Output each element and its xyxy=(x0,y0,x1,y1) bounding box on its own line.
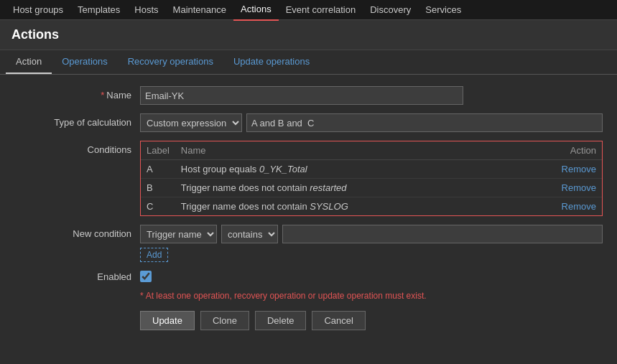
conditions-container: Label Name Action A Host group equals 0_… xyxy=(140,141,603,216)
new-condition-value-input[interactable] xyxy=(282,225,603,243)
enabled-row: Enabled xyxy=(14,271,603,282)
button-row: Update Clone Delete Cancel xyxy=(140,311,603,330)
new-condition-control: Trigger name contains Add xyxy=(140,225,603,262)
nav-event-correlation[interactable]: Event correlation xyxy=(279,0,363,20)
conditions-table: Label Name Action A Host group equals 0_… xyxy=(141,141,602,215)
tab-recovery-operations[interactable]: Recovery operations xyxy=(118,50,223,74)
col-header-label: Label xyxy=(141,141,175,160)
condition-name-a: Host group equals 0_YK_Total xyxy=(175,160,544,179)
conditions-row: Conditions Label Name Action A xyxy=(14,141,603,216)
clone-button[interactable]: Clone xyxy=(200,311,249,330)
tab-action[interactable]: Action xyxy=(6,50,52,74)
warning-star: * xyxy=(140,291,144,301)
condition-action-b: Remove xyxy=(544,179,602,197)
nav-hosts[interactable]: Hosts xyxy=(127,0,165,20)
calc-row: Type of calculation Custom expression xyxy=(14,113,603,132)
table-row: B Trigger name does not contain restarte… xyxy=(141,179,602,197)
calc-inner-row: Custom expression xyxy=(140,113,603,132)
nav-actions[interactable]: Actions xyxy=(233,0,279,21)
table-row: A Host group equals 0_YK_Total Remove xyxy=(141,160,602,179)
nav-host-groups[interactable]: Host groups xyxy=(6,0,70,20)
name-control xyxy=(140,86,603,105)
warning-text: *At least one operation, recovery operat… xyxy=(140,291,603,301)
new-condition-operator-select[interactable]: contains xyxy=(221,225,278,243)
new-condition-label: New condition xyxy=(14,225,140,239)
remove-link-a[interactable]: Remove xyxy=(562,164,596,174)
cancel-button[interactable]: Cancel xyxy=(312,311,365,330)
name-row: *Name xyxy=(14,86,603,105)
remove-link-b[interactable]: Remove xyxy=(562,182,596,193)
nav-templates[interactable]: Templates xyxy=(70,0,127,20)
add-link[interactable]: Add xyxy=(140,248,168,262)
conditions-label: Conditions xyxy=(14,141,140,155)
condition-label-a: A xyxy=(141,160,175,179)
new-condition-type-select[interactable]: Trigger name xyxy=(140,225,217,243)
condition-name-c: Trigger name does not contain SYSLOG xyxy=(175,197,544,216)
new-condition-row: New condition Trigger name contains Add xyxy=(14,225,603,262)
table-row: C Trigger name does not contain SYSLOG R… xyxy=(141,197,602,216)
tab-operations[interactable]: Operations xyxy=(52,50,118,74)
calc-control: Custom expression xyxy=(140,113,603,132)
top-nav: Host groups Templates Hosts Maintenance … xyxy=(0,0,617,20)
condition-action-c: Remove xyxy=(544,197,602,216)
condition-name-b: Trigger name does not contain restarted xyxy=(175,179,544,197)
name-label: *Name xyxy=(14,86,140,101)
main-content: *Name Type of calculation Custom express… xyxy=(0,75,617,342)
name-input[interactable] xyxy=(140,86,463,105)
condition-label-c: C xyxy=(141,197,175,216)
nav-maintenance[interactable]: Maintenance xyxy=(166,0,233,20)
name-required-star: * xyxy=(101,90,104,101)
add-link-container: Add xyxy=(140,243,603,262)
enabled-label: Enabled xyxy=(14,271,140,282)
calc-type-select[interactable]: Custom expression xyxy=(140,113,242,132)
tab-update-operations[interactable]: Update operations xyxy=(223,50,320,74)
conditions-control: Label Name Action A Host group equals 0_… xyxy=(140,141,603,216)
tab-bar: Action Operations Recovery operations Up… xyxy=(0,50,617,75)
delete-button[interactable]: Delete xyxy=(255,311,307,330)
col-header-name: Name xyxy=(175,141,544,160)
enabled-checkbox[interactable] xyxy=(140,271,152,282)
calc-label: Type of calculation xyxy=(14,113,140,128)
update-button[interactable]: Update xyxy=(140,311,195,330)
remove-link-c[interactable]: Remove xyxy=(562,201,596,212)
new-condition-inner: Trigger name contains xyxy=(140,225,603,243)
nav-services[interactable]: Services xyxy=(418,0,468,20)
col-header-action: Action xyxy=(544,141,602,160)
page-title: Actions xyxy=(0,20,617,50)
condition-action-a: Remove xyxy=(544,160,602,179)
calc-expression-input[interactable] xyxy=(246,113,603,132)
condition-label-b: B xyxy=(141,179,175,197)
nav-discovery[interactable]: Discovery xyxy=(363,0,418,20)
